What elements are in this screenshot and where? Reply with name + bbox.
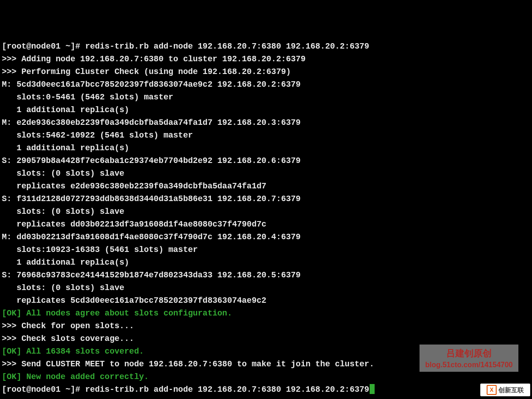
terminal-line: replicates e2de936c380eb2239f0a349dcbfba… [2, 180, 530, 192]
terminal-line: 1 additional replica(s) [2, 256, 530, 269]
watermark-url: blog.51cto.com/14154700 [420, 359, 518, 371]
shell-prompt-line[interactable]: [root@node01 ~]# redis-trib.rb add-node … [2, 385, 369, 394]
terminal-line: >>> Adding node 192.168.20.7:6380 to clu… [2, 53, 530, 65]
terminal-line: M: dd03b02213df3a91608d1f4ae8080c37f4790… [2, 231, 530, 243]
terminal-line: slots: (0 slots) slave [2, 281, 530, 294]
terminal-line: >>> Check slots coverage... [2, 332, 530, 345]
terminal-line: S: 76968c93783ce241441529b1874e7d802343d… [2, 269, 530, 281]
terminal-line: replicates 5cd3d0eec161a7bcc785202397fd8… [2, 294, 530, 307]
terminal-line: 1 additional replica(s) [2, 103, 530, 116]
logo-icon: X [487, 385, 497, 395]
terminal-line: >>> Performing Cluster Check (using node… [2, 65, 530, 78]
terminal-line: 1 additional replica(s) [2, 142, 530, 154]
terminal-line: >>> Check for open slots... [2, 320, 530, 332]
terminal-line: M: 5cd3d0eec161a7bcc785202397fd8363074ae… [2, 78, 530, 91]
terminal-line: [OK] New node added correctly. [2, 370, 530, 383]
terminal-line: slots:5462-10922 (5461 slots) master [2, 129, 530, 142]
terminal-line: [root@node01 ~]# redis-trib.rb add-node … [2, 40, 530, 53]
logo-text: 创新互联 [498, 384, 524, 396]
terminal-line: S: 290579b8a4428f7ec6aba1c29374eb7704bd2… [2, 154, 530, 167]
watermark: 吕建钊原创 blog.51cto.com/14154700 [420, 345, 518, 372]
brand-logo: X 创新互联 [480, 384, 530, 396]
terminal-line: slots: (0 slots) slave [2, 205, 530, 218]
terminal-output[interactable]: [root@node01 ~]# redis-trib.rb add-node … [0, 0, 532, 399]
cursor-icon [370, 384, 375, 394]
terminal-line: slots:0-5461 (5462 slots) master [2, 91, 530, 103]
terminal-line: S: f311d2128d0727293ddb8638d3440d31a5b86… [2, 192, 530, 205]
terminal-line: replicates dd03b02213df3a91608d1f4ae8080… [2, 218, 530, 231]
terminal-line: slots:10923-16383 (5461 slots) master [2, 243, 530, 256]
terminal-line: [OK] All nodes agree about slots configu… [2, 307, 530, 320]
watermark-title: 吕建钊原创 [420, 347, 518, 359]
terminal-line: M: e2de936c380eb2239f0a349dcbfba5daa74fa… [2, 116, 530, 129]
terminal-line: slots: (0 slots) slave [2, 167, 530, 180]
